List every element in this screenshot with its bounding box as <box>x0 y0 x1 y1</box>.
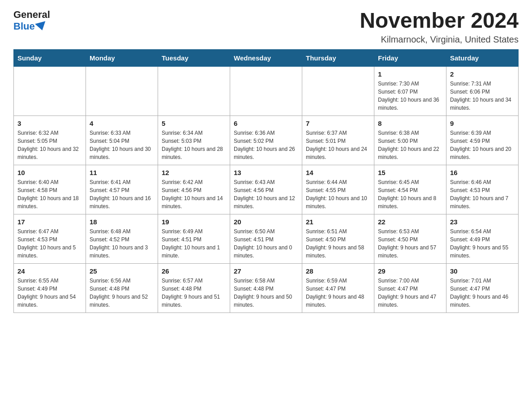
day-info: Sunrise: 7:01 AMSunset: 4:47 PMDaylight:… <box>450 277 515 309</box>
day-number: 20 <box>234 218 298 226</box>
day-number: 5 <box>162 120 226 127</box>
calendar-cell: 24Sunrise: 6:55 AMSunset: 4:49 PMDayligh… <box>14 263 86 313</box>
day-info: Sunrise: 7:00 AMSunset: 4:47 PMDaylight:… <box>378 277 442 309</box>
day-info: Sunrise: 6:46 AMSunset: 4:53 PMDaylight:… <box>450 178 515 210</box>
calendar-cell: 4Sunrise: 6:33 AMSunset: 5:04 PMDaylight… <box>86 116 158 165</box>
day-info: Sunrise: 6:32 AMSunset: 5:05 PMDaylight:… <box>17 129 82 161</box>
day-info: Sunrise: 6:55 AMSunset: 4:49 PMDaylight:… <box>17 277 82 309</box>
logo-general-text: General <box>13 9 50 21</box>
day-number: 18 <box>90 218 154 226</box>
day-info: Sunrise: 6:39 AMSunset: 4:59 PMDaylight:… <box>450 129 515 161</box>
calendar-cell: 12Sunrise: 6:42 AMSunset: 4:56 PMDayligh… <box>158 165 230 214</box>
page-header: General Blue November 2024 Kilmarnock, V… <box>13 9 519 45</box>
calendar-cell: 8Sunrise: 6:38 AMSunset: 5:00 PMDaylight… <box>374 116 446 165</box>
calendar-cell <box>230 66 302 116</box>
calendar-cell <box>14 66 86 116</box>
header-monday: Monday <box>86 49 158 66</box>
day-number: 27 <box>234 267 298 275</box>
day-number: 4 <box>90 120 154 127</box>
header-friday: Friday <box>374 49 446 66</box>
calendar-cell <box>86 66 158 116</box>
day-number: 23 <box>450 218 515 226</box>
day-info: Sunrise: 7:31 AMSunset: 6:06 PMDaylight:… <box>450 80 515 112</box>
calendar-cell: 30Sunrise: 7:01 AMSunset: 4:47 PMDayligh… <box>446 263 519 313</box>
calendar-body: 1Sunrise: 7:30 AMSunset: 6:07 PMDaylight… <box>14 66 519 313</box>
day-info: Sunrise: 6:58 AMSunset: 4:48 PMDaylight:… <box>234 277 298 309</box>
calendar-cell <box>302 66 374 116</box>
calendar-week-5: 24Sunrise: 6:55 AMSunset: 4:49 PMDayligh… <box>14 263 519 313</box>
day-number: 29 <box>378 267 442 275</box>
day-info: Sunrise: 6:56 AMSunset: 4:48 PMDaylight:… <box>90 277 154 309</box>
day-number: 30 <box>450 267 515 275</box>
day-info: Sunrise: 6:51 AMSunset: 4:50 PMDaylight:… <box>306 227 370 260</box>
day-number: 1 <box>378 70 442 78</box>
calendar-cell: 13Sunrise: 6:43 AMSunset: 4:56 PMDayligh… <box>230 165 302 214</box>
calendar-cell: 16Sunrise: 6:46 AMSunset: 4:53 PMDayligh… <box>446 165 519 214</box>
calendar-cell: 6Sunrise: 6:36 AMSunset: 5:02 PMDaylight… <box>230 116 302 165</box>
calendar-cell: 15Sunrise: 6:45 AMSunset: 4:54 PMDayligh… <box>374 165 446 214</box>
day-number: 13 <box>234 169 298 176</box>
day-number: 22 <box>378 218 442 226</box>
day-number: 11 <box>90 169 154 176</box>
day-info: Sunrise: 6:40 AMSunset: 4:58 PMDaylight:… <box>17 178 82 210</box>
calendar-cell: 25Sunrise: 6:56 AMSunset: 4:48 PMDayligh… <box>86 263 158 313</box>
calendar-cell: 28Sunrise: 6:59 AMSunset: 4:47 PMDayligh… <box>302 263 374 313</box>
day-number: 9 <box>450 120 515 127</box>
day-info: Sunrise: 6:53 AMSunset: 4:50 PMDaylight:… <box>378 227 442 260</box>
logo: General Blue <box>13 9 50 32</box>
day-number: 7 <box>306 120 370 127</box>
header-tuesday: Tuesday <box>158 49 230 66</box>
calendar-cell: 29Sunrise: 7:00 AMSunset: 4:47 PMDayligh… <box>374 263 446 313</box>
day-number: 16 <box>450 169 515 176</box>
calendar-cell <box>158 66 230 116</box>
calendar-cell: 21Sunrise: 6:51 AMSunset: 4:50 PMDayligh… <box>302 214 374 263</box>
day-number: 8 <box>378 120 442 127</box>
header-saturday: Saturday <box>446 49 519 66</box>
day-number: 28 <box>306 267 370 275</box>
location-subtitle: Kilmarnock, Virginia, United States <box>360 34 519 45</box>
day-number: 17 <box>17 218 82 226</box>
header-row: Sunday Monday Tuesday Wednesday Thursday… <box>14 49 519 66</box>
calendar-cell: 27Sunrise: 6:58 AMSunset: 4:48 PMDayligh… <box>230 263 302 313</box>
calendar-cell: 18Sunrise: 6:48 AMSunset: 4:52 PMDayligh… <box>86 214 158 263</box>
calendar-cell: 3Sunrise: 6:32 AMSunset: 5:05 PMDaylight… <box>14 116 86 165</box>
day-info: Sunrise: 6:50 AMSunset: 4:51 PMDaylight:… <box>234 227 298 260</box>
day-info: Sunrise: 6:42 AMSunset: 4:56 PMDaylight:… <box>162 178 226 210</box>
header-sunday: Sunday <box>14 49 86 66</box>
day-info: Sunrise: 6:49 AMSunset: 4:51 PMDaylight:… <box>162 227 226 260</box>
calendar-week-4: 17Sunrise: 6:47 AMSunset: 4:53 PMDayligh… <box>14 214 519 263</box>
day-info: Sunrise: 6:36 AMSunset: 5:02 PMDaylight:… <box>234 129 298 161</box>
calendar-cell: 22Sunrise: 6:53 AMSunset: 4:50 PMDayligh… <box>374 214 446 263</box>
calendar-cell: 10Sunrise: 6:40 AMSunset: 4:58 PMDayligh… <box>14 165 86 214</box>
calendar-cell: 23Sunrise: 6:54 AMSunset: 4:49 PMDayligh… <box>446 214 519 263</box>
day-info: Sunrise: 6:41 AMSunset: 4:57 PMDaylight:… <box>90 178 154 210</box>
day-info: Sunrise: 6:34 AMSunset: 5:03 PMDaylight:… <box>162 129 226 161</box>
header-wednesday: Wednesday <box>230 49 302 66</box>
day-number: 3 <box>17 120 82 127</box>
day-number: 21 <box>306 218 370 226</box>
day-info: Sunrise: 6:43 AMSunset: 4:56 PMDaylight:… <box>234 178 298 210</box>
calendar-cell: 17Sunrise: 6:47 AMSunset: 4:53 PMDayligh… <box>14 214 86 263</box>
day-number: 24 <box>17 267 82 275</box>
day-number: 14 <box>306 169 370 176</box>
calendar-week-2: 3Sunrise: 6:32 AMSunset: 5:05 PMDaylight… <box>14 116 519 165</box>
day-info: Sunrise: 6:57 AMSunset: 4:48 PMDaylight:… <box>162 277 226 309</box>
day-info: Sunrise: 6:47 AMSunset: 4:53 PMDaylight:… <box>17 227 82 260</box>
day-number: 25 <box>90 267 154 275</box>
header-thursday: Thursday <box>302 49 374 66</box>
day-number: 10 <box>17 169 82 176</box>
day-info: Sunrise: 6:37 AMSunset: 5:01 PMDaylight:… <box>306 129 370 161</box>
day-number: 2 <box>450 70 515 78</box>
month-title: November 2024 <box>360 9 519 33</box>
calendar-cell: 14Sunrise: 6:44 AMSunset: 4:55 PMDayligh… <box>302 165 374 214</box>
calendar-week-3: 10Sunrise: 6:40 AMSunset: 4:58 PMDayligh… <box>14 165 519 214</box>
calendar-cell: 1Sunrise: 7:30 AMSunset: 6:07 PMDaylight… <box>374 66 446 116</box>
calendar-cell: 19Sunrise: 6:49 AMSunset: 4:51 PMDayligh… <box>158 214 230 263</box>
calendar-header: Sunday Monday Tuesday Wednesday Thursday… <box>14 49 519 66</box>
day-number: 12 <box>162 169 226 176</box>
calendar-week-1: 1Sunrise: 7:30 AMSunset: 6:07 PMDaylight… <box>14 66 519 116</box>
day-info: Sunrise: 6:59 AMSunset: 4:47 PMDaylight:… <box>306 277 370 309</box>
day-info: Sunrise: 6:44 AMSunset: 4:55 PMDaylight:… <box>306 178 370 210</box>
day-number: 26 <box>162 267 226 275</box>
calendar-cell: 20Sunrise: 6:50 AMSunset: 4:51 PMDayligh… <box>230 214 302 263</box>
